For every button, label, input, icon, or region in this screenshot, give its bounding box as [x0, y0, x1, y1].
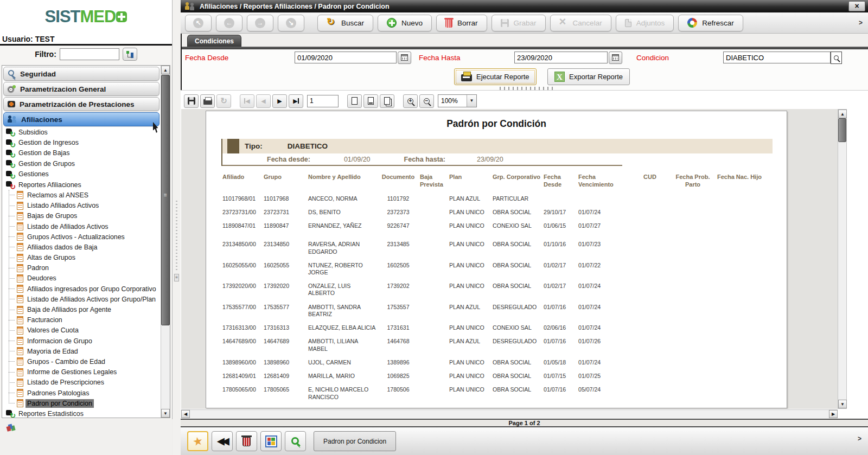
zoom-dropdown-arrow-icon[interactable]: ▼ [467, 95, 476, 107]
tree-item-listado-afiliados-activos[interactable]: Listado Afiliados Activos [2, 201, 161, 211]
page-layout-single-button[interactable] [347, 94, 362, 108]
trash-task-button[interactable] [236, 431, 257, 451]
active-task-button[interactable]: Padron por Condicion [314, 431, 396, 451]
tree-item-valores-de-cuota[interactable]: Valores de Cuota [2, 325, 161, 336]
borrar-button[interactable]: Borrar [436, 15, 487, 31]
table-row: 11017968/0111017968ANCECO, NORMA1101792P… [221, 193, 773, 207]
sidebar-footer [0, 419, 173, 455]
tree-item-listado-de-afiliados-activos-por-grupo-plan[interactable]: Listado de Afiliados Activos por Grupo/P… [2, 294, 161, 304]
main-toolbar: ↖←→↘BuscarNuevoBorrarGrabarCancelarAdjun… [181, 12, 868, 34]
tab-condiciones[interactable]: Condiciones [187, 35, 241, 47]
favorites-task-button[interactable]: ★ [187, 431, 208, 451]
tree-item-baja-de-afiliados-por-agente[interactable]: Baja de Afiliados por Agente [2, 304, 161, 315]
next-page-icon: ▶ [277, 98, 282, 105]
refrescar-button[interactable]: Refrescar [678, 15, 743, 31]
fecha-desde-calendar-button[interactable] [398, 52, 411, 64]
scroll-up-arrow[interactable]: ▲ [838, 110, 847, 118]
tree-item-afiliados-ingresados-por-grupo-corporativo[interactable]: Afiliados ingresados por Grupo Corporati… [2, 284, 161, 294]
printer-icon [461, 74, 472, 81]
scroll-up-arrow[interactable]: ▲ [161, 66, 170, 74]
scroll-left-arrow[interactable]: ◀ [181, 410, 190, 418]
viewer-horizontal-scrollbar[interactable]: ◀ ▶ [181, 409, 838, 418]
scrollbar-thumb[interactable] [161, 75, 170, 325]
sidebar-section-seguridad[interactable]: Seguridad [3, 67, 159, 81]
zoom-level-combo[interactable]: 100% ▼ [438, 94, 477, 107]
people-icon [8, 116, 17, 123]
windows-task-button[interactable] [260, 431, 282, 451]
tree-item-subsidios[interactable]: Subsidios [2, 127, 161, 137]
next-page-button[interactable]: ▶ [272, 94, 287, 108]
tree-group-reportes-estadisticos[interactable]: Reportes Estadisticos [2, 408, 161, 418]
page-layout-multi-button[interactable] [380, 94, 394, 108]
fecha-desde-input[interactable] [295, 52, 397, 63]
magnifier-icon [834, 55, 839, 60]
fecha-hasta-calendar-button[interactable] [609, 52, 622, 64]
condicion-lookup-button[interactable] [831, 52, 842, 64]
app-logo: SISTMED [0, 0, 172, 34]
last-page-button[interactable]: ▶ [289, 94, 303, 108]
key-task-button[interactable] [285, 431, 306, 451]
sidebar-section-afiliaciones[interactable]: Afiliaciones [3, 112, 159, 126]
viewer-print-button[interactable] [200, 94, 215, 108]
nuevo-button[interactable]: Nuevo [378, 15, 432, 31]
tree-item-gestion-de-bajas[interactable]: Gestion de Bajas [2, 148, 161, 158]
tree-item-informe-de-gestiones-legales[interactable]: Informe de Gestiones Legales [2, 367, 161, 377]
report-column-header: Fecha Vencimiento [577, 171, 630, 193]
tree-item-bajas-de-grupos[interactable]: Bajas de Grupos [2, 211, 161, 221]
report-doc-icon [17, 202, 23, 210]
sidebar-section-label: Seguridad [20, 70, 56, 78]
tree-item-grupos-activos-actualizaciones[interactable]: Grupos Activos - Actualizaciones [2, 232, 161, 242]
sidebar-splitter[interactable]: ≡ [173, 0, 181, 455]
tree-item-grupos-cambio-de-edad[interactable]: Grupos - Cambio de Edad [2, 356, 161, 367]
report-doc-icon [17, 212, 23, 220]
key-icon [8, 70, 16, 78]
page-layout-footer-button[interactable] [363, 94, 378, 108]
tree-item-gestion-de-grupos[interactable]: Gestion de Grupos [2, 158, 161, 169]
table-row: 11890847/0111890847ERNANDEZ, YAÑEZ922674… [221, 220, 773, 234]
tree-item-listado-de-afiliados-activos[interactable]: Listado de Afiliados Activos [2, 221, 161, 232]
toolbar-overflow-chevron[interactable]: > [859, 19, 863, 27]
viewer-refresh-button: ↻ [216, 94, 231, 108]
tree-item-informacion-de-grupo[interactable]: Informacion de Grupo [2, 336, 161, 346]
exportar-reporte-button[interactable]: X Exportar Reporte [547, 68, 630, 85]
tree-group-reportes-afiliaciones[interactable]: Reportes Afiliaciones [2, 180, 161, 190]
viewer-save-button[interactable] [184, 94, 199, 108]
taskbar-overflow-chevron[interactable]: > [858, 435, 861, 443]
tree-item-gestion-de-ingresos[interactable]: Gestion de Ingresos [2, 137, 161, 148]
delete-trash-icon [445, 20, 452, 28]
tree-item-padron-por-condicion[interactable]: Padron por Condicion [2, 398, 161, 408]
filter-tree-button[interactable] [123, 48, 137, 61]
tree-item-reclamos-al-anses[interactable]: Reclamos al ANSES [2, 190, 161, 200]
tree-item-deudores[interactable]: Deudores [2, 273, 161, 284]
splitter-handle[interactable]: ≡ [174, 274, 179, 281]
rewind-task-button[interactable]: ◀◀ [212, 431, 233, 451]
scroll-right-arrow[interactable]: ▶ [829, 410, 838, 418]
scrollbar-thumb[interactable] [838, 118, 846, 142]
sidebar-scrollbar[interactable]: ▲ ▼ [161, 66, 170, 418]
tree-item-mayoria-de-edad[interactable]: Mayoria de Edad [2, 346, 161, 356]
page-number-input[interactable] [307, 95, 339, 107]
zoom-in-button[interactable]: + [403, 94, 418, 108]
sidebar-section-parametrizacion-general[interactable]: Parametrizacion General [3, 82, 159, 96]
condicion-input[interactable] [723, 52, 831, 63]
zoom-out-button[interactable]: − [419, 94, 434, 108]
cancel-x-icon [559, 18, 568, 27]
search-refresh-icon [327, 18, 336, 28]
ejecutar-reporte-button[interactable]: Ejecutar Reporte [454, 68, 537, 85]
filter-input[interactable] [60, 48, 119, 60]
tree-item-facturacion[interactable]: Facturacion [2, 315, 161, 325]
scroll-down-arrow[interactable]: ▼ [161, 409, 170, 418]
viewer-vertical-scrollbar[interactable]: ▲ ▼ [838, 109, 847, 409]
fecha-hasta-input[interactable] [514, 52, 608, 63]
tree-item-gestiones[interactable]: Gestiones [2, 169, 161, 180]
scroll-down-arrow[interactable]: ▼ [838, 400, 847, 408]
sidebar-section-parametrizaci-n-de-prestaciones[interactable]: Parametrización de Prestaciones [3, 97, 159, 111]
tree-item-listado-de-prescripciones[interactable]: Listado de Prescripciones [2, 377, 161, 388]
tree-item-padrones-patologias[interactable]: Padrones Patologias [2, 388, 161, 398]
tree-item-altas-de-grupos[interactable]: Altas de Grupos [2, 252, 161, 262]
window-titlebar: Afiliaciones / Reportes Afiliaciones / P… [181, 0, 868, 12]
tree-item-padron[interactable]: Padron [2, 263, 161, 273]
buscar-button[interactable]: Buscar [317, 15, 373, 31]
tree-item-afiliados-dados-de-baja[interactable]: Afiliados dados de Baja [2, 242, 161, 252]
close-button[interactable]: × [848, 1, 865, 11]
